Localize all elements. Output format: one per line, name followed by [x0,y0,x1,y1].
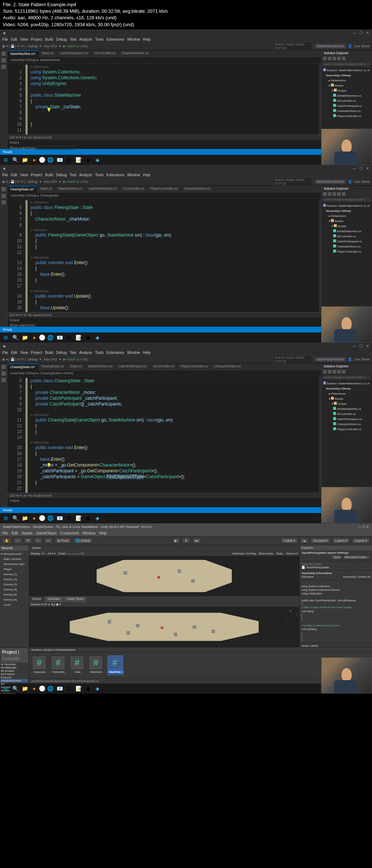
menu-edit[interactable]: Edit [11,37,17,41]
project-asset[interactable]: #State [70,655,86,675]
tab[interactable]: StateMachine.cs [85,363,116,371]
breadcrumb[interactable]: Assembly-CSharp ▸ StateMachine [7,57,321,63]
tab[interactable]: CatchParticipant.cs [116,363,150,371]
menu-help[interactable]: Help [143,173,150,177]
menu-edit[interactable]: Edit [11,351,17,355]
tab[interactable]: FleeingState.cs [39,363,67,371]
file-item[interactable]: AIController.cs [323,412,371,417]
step-button[interactable]: ⏭ [193,538,201,544]
menu-tools[interactable]: Tools [95,351,104,355]
hierarchy-item[interactable]: Player [1,567,28,572]
scene-gizmo[interactable]: x y z [286,609,297,620]
hierarchy-item[interactable]: Enemy (3) [1,582,28,587]
editor-tabs[interactable]: StateMachine.cs*State.csCatchParticipant… [7,50,321,57]
project-asset[interactable]: #TauntFlee.. [108,655,124,675]
hierarchy-item[interactable]: Main Camera [1,557,28,562]
taskbar[interactable]: ⊞🔍📁●🌐📧⚙📝◆◈ [0,155,372,165]
file-item[interactable]: AIStateMachine.cs [323,229,371,234]
layers-button[interactable]: Layers ▾ [332,538,350,544]
solution-explorer[interactable]: Solution Explorer Search Solution Explor… [321,186,372,327]
menu-bar[interactable]: FileEditViewProjectBuildDebugTestAnalyze… [0,172,372,178]
tab[interactable]: ChasingState.cs* [7,363,39,371]
unity-toolbar[interactable]: ✋↔⟲⤢▭ ⊕ Pivot🌐 Global ▶⏸⏭ Collab ▾ ☁ Acc… [0,537,372,545]
menu-test[interactable]: Test [70,173,76,177]
menu-gameobject[interactable]: GameObject [36,531,56,535]
file-item[interactable]: CatchParticipant.cs [323,104,371,109]
menu-analyze[interactable]: Analyze [79,173,92,177]
file-item[interactable]: CatchParticipant.cs [323,417,371,422]
menu-project[interactable]: Project [31,351,42,355]
menu-analyze[interactable]: Analyze [79,351,92,355]
file-item[interactable]: CatchParticipant.cs [323,239,371,244]
scrollbar[interactable] [319,63,321,134]
collab-button[interactable]: Collab ▾ [281,538,298,544]
file-item[interactable]: PlayerController.cs [323,427,371,432]
pause-button[interactable]: ⏸ [182,538,190,544]
tab[interactable]: CharacterMotor.cs [211,363,244,371]
taskbar[interactable]: ⊞🔍📁●🌐📧⚙📝◆◈ [0,513,372,523]
scene-tab[interactable]: Scene [29,596,44,602]
game-view[interactable] [29,556,299,596]
tab[interactable]: AIController.cs [120,186,147,193]
layout-button[interactable]: Layout ▾ [352,538,370,544]
breadcrumb[interactable]: Assembly-CSharp ▸ ChasingState ▸ Enter() [7,371,321,376]
menu-window[interactable]: Window [127,351,140,355]
hierarchy-item[interactable]: Level [1,602,28,607]
search-input[interactable]: Search Visual Studio (Ctrl+Q) [272,42,312,51]
game-tab[interactable]: Game [29,545,44,551]
tab[interactable]: State.cs [37,186,56,193]
tab[interactable]: PlayerController.cs [177,363,211,371]
tab[interactable]: StateMachine.cs* [7,50,39,57]
menu-help[interactable]: Help [143,351,150,355]
menu-file[interactable]: File [2,351,8,355]
project-asset[interactable]: #FleeingSta.. [51,655,67,675]
window-controls[interactable]: —☐✕ [352,31,369,35]
menu-debug[interactable]: Debug [56,37,66,41]
scene-view[interactable]: x y z [29,607,299,647]
menu-window[interactable]: Window [82,531,96,535]
toolbar[interactable]: ◉ ▾ | 💾 | ⟲ ⟳ | Debug▾ Any CPU▾ ▶ Attach… [0,178,372,186]
tab[interactable]: AIController.cs [150,363,178,371]
hierarchy-item[interactable]: Enemy (5) [1,592,28,597]
menu-debug[interactable]: Debug [56,173,66,177]
tab[interactable]: CharacterMotor.cs [119,50,152,57]
menu-view[interactable]: View [20,37,28,41]
menu-tools[interactable]: Tools [95,37,104,41]
menu-file[interactable]: File [2,37,8,41]
file-item[interactable]: PlayerController.cs [323,249,371,254]
scene-tab[interactable]: Asset Store [64,596,87,602]
menu-bar[interactable]: FileEditViewProjectBuildDebugTestAnalyze… [0,36,372,43]
file-item[interactable]: AIController.cs [323,234,371,239]
tab[interactable]: CharacterMotor.cs [181,186,214,193]
menu-bar[interactable]: FileEditViewProjectBuildDebugTestAnalyze… [0,350,372,356]
menu-project[interactable]: Project [31,173,42,177]
file-item[interactable]: CharacterMotor.cs [323,109,371,114]
project-asset[interactable]: #ChasingSt.. [32,655,48,675]
inspector-panel[interactable]: Inspector TauntFleeingState Import Setti… [299,545,372,647]
menu-view[interactable]: View [20,351,28,355]
project-breadcrumb[interactable]: Assets ▸ Scripts ▸ AIStateMachine [29,647,372,653]
menu-component[interactable]: Component [60,531,79,535]
tab[interactable]: CatchParticipant.cs [57,50,92,57]
code-editor[interactable]: 💡 2 referencesusing System.Collections;u… [28,63,319,134]
project-panel[interactable]: Project | Console ★ Favorites All Materi… [0,647,372,683]
file-item[interactable]: AIController.cs [323,98,371,104]
editor-tabs[interactable]: FleeingState.cs*State.csStateMachine.csC… [7,186,321,193]
scene-tab[interactable]: Animator [45,596,64,602]
window-controls[interactable]: —☐✕ [352,166,369,171]
menu-build[interactable]: Build [45,37,53,41]
tab[interactable]: State.cs [39,50,57,57]
tab[interactable]: PlayerController.cs [147,186,181,193]
hierarchy-item[interactable]: Enemy (4) [1,587,28,592]
taskbar[interactable]: ⊞🔍📁●🌐📧⚙📝◆◈ [0,332,372,343]
hierarchy-item[interactable]: Directional Light [1,562,28,567]
file-item[interactable]: CharacterMotor.cs [323,244,371,249]
menu-build[interactable]: Build [45,351,53,355]
menu-edit[interactable]: Edit [12,531,18,535]
exec-order-button[interactable]: Execution Order... [343,555,370,560]
menu-assets[interactable]: Assets [21,531,32,535]
tab[interactable]: CatchParticipant.cs [86,186,120,193]
menu-extensions[interactable]: Extensions [106,37,124,41]
play-button[interactable]: ▶ [172,538,180,544]
file-item[interactable]: CharacterMotor.cs [323,422,371,427]
